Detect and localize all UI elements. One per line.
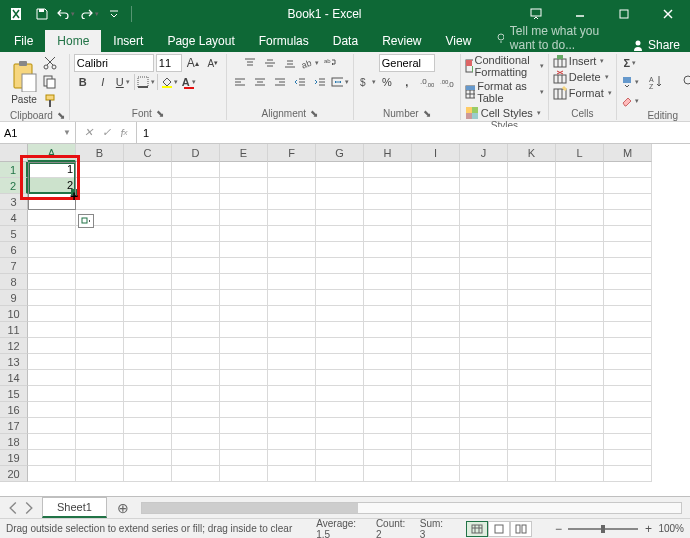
cell-L12[interactable] bbox=[556, 338, 604, 354]
cell-F16[interactable] bbox=[268, 402, 316, 418]
cell-B17[interactable] bbox=[76, 418, 124, 434]
cell-H19[interactable] bbox=[364, 450, 412, 466]
cell-I18[interactable] bbox=[412, 434, 460, 450]
page-break-view-button[interactable] bbox=[510, 521, 532, 537]
cell-B6[interactable] bbox=[76, 242, 124, 258]
cell-I8[interactable] bbox=[412, 274, 460, 290]
select-all-corner[interactable] bbox=[0, 144, 28, 162]
cell-C7[interactable] bbox=[124, 258, 172, 274]
cell-J20[interactable] bbox=[460, 466, 508, 482]
fill-color-button[interactable] bbox=[160, 73, 178, 91]
cell-K14[interactable] bbox=[508, 370, 556, 386]
cell-H12[interactable] bbox=[364, 338, 412, 354]
excel-icon[interactable] bbox=[8, 4, 28, 24]
align-right-button[interactable] bbox=[271, 73, 289, 91]
cell-G9[interactable] bbox=[316, 290, 364, 306]
cell-H11[interactable] bbox=[364, 322, 412, 338]
cell-A5[interactable] bbox=[28, 226, 76, 242]
insert-cells-button[interactable]: Insert bbox=[553, 54, 605, 68]
cell-J17[interactable] bbox=[460, 418, 508, 434]
cell-B16[interactable] bbox=[76, 402, 124, 418]
cell-I1[interactable] bbox=[412, 162, 460, 178]
cell-B12[interactable] bbox=[76, 338, 124, 354]
cell-D12[interactable] bbox=[172, 338, 220, 354]
format-as-table-button[interactable]: Format as Table bbox=[465, 80, 544, 104]
zoom-value[interactable]: 100% bbox=[658, 523, 684, 534]
sheet-tab-sheet1[interactable]: Sheet1 bbox=[42, 497, 107, 518]
tab-data[interactable]: Data bbox=[321, 30, 370, 52]
cell-D17[interactable] bbox=[172, 418, 220, 434]
cell-F10[interactable] bbox=[268, 306, 316, 322]
cell-M1[interactable] bbox=[604, 162, 652, 178]
row-header-11[interactable]: 11 bbox=[0, 322, 28, 338]
column-header-J[interactable]: J bbox=[460, 144, 508, 162]
merge-center-button[interactable] bbox=[331, 73, 349, 91]
row-header-17[interactable]: 17 bbox=[0, 418, 28, 434]
cell-K11[interactable] bbox=[508, 322, 556, 338]
row-header-9[interactable]: 9 bbox=[0, 290, 28, 306]
enter-formula-button[interactable]: ✓ bbox=[98, 125, 114, 141]
column-header-C[interactable]: C bbox=[124, 144, 172, 162]
cell-M7[interactable] bbox=[604, 258, 652, 274]
cell-J13[interactable] bbox=[460, 354, 508, 370]
cell-J1[interactable] bbox=[460, 162, 508, 178]
cell-B11[interactable] bbox=[76, 322, 124, 338]
cell-E19[interactable] bbox=[220, 450, 268, 466]
redo-button[interactable] bbox=[80, 4, 100, 24]
qat-customize-icon[interactable] bbox=[104, 4, 124, 24]
cell-B5[interactable] bbox=[76, 226, 124, 242]
cell-L2[interactable] bbox=[556, 178, 604, 194]
cell-I5[interactable] bbox=[412, 226, 460, 242]
cell-C5[interactable] bbox=[124, 226, 172, 242]
cell-J5[interactable] bbox=[460, 226, 508, 242]
cell-H5[interactable] bbox=[364, 226, 412, 242]
cell-A20[interactable] bbox=[28, 466, 76, 482]
cell-C2[interactable] bbox=[124, 178, 172, 194]
column-header-E[interactable]: E bbox=[220, 144, 268, 162]
cell-F14[interactable] bbox=[268, 370, 316, 386]
cell-E13[interactable] bbox=[220, 354, 268, 370]
cell-F17[interactable] bbox=[268, 418, 316, 434]
shrink-font-button[interactable]: A▾ bbox=[204, 54, 222, 72]
cell-F15[interactable] bbox=[268, 386, 316, 402]
clear-button[interactable] bbox=[621, 92, 639, 110]
cell-L14[interactable] bbox=[556, 370, 604, 386]
cell-G7[interactable] bbox=[316, 258, 364, 274]
cell-F11[interactable] bbox=[268, 322, 316, 338]
close-button[interactable] bbox=[646, 0, 690, 28]
cell-E3[interactable] bbox=[220, 194, 268, 210]
cell-A12[interactable] bbox=[28, 338, 76, 354]
cell-K2[interactable] bbox=[508, 178, 556, 194]
cell-K6[interactable] bbox=[508, 242, 556, 258]
cell-B20[interactable] bbox=[76, 466, 124, 482]
cell-J14[interactable] bbox=[460, 370, 508, 386]
cell-C3[interactable] bbox=[124, 194, 172, 210]
status-aggregates[interactable]: Average: 1.5 Count: 2 Sum: 3 bbox=[316, 518, 446, 539]
cell-E12[interactable] bbox=[220, 338, 268, 354]
cell-F13[interactable] bbox=[268, 354, 316, 370]
cell-H6[interactable] bbox=[364, 242, 412, 258]
cell-D11[interactable] bbox=[172, 322, 220, 338]
cell-H7[interactable] bbox=[364, 258, 412, 274]
column-header-B[interactable]: B bbox=[76, 144, 124, 162]
cell-E16[interactable] bbox=[220, 402, 268, 418]
cut-button[interactable] bbox=[41, 54, 59, 72]
align-middle-button[interactable] bbox=[261, 54, 279, 72]
conditional-formatting-button[interactable]: Conditional Formatting bbox=[465, 54, 544, 78]
cell-B18[interactable] bbox=[76, 434, 124, 450]
increase-indent-button[interactable] bbox=[311, 73, 329, 91]
cell-K17[interactable] bbox=[508, 418, 556, 434]
decrease-indent-button[interactable] bbox=[291, 73, 309, 91]
cell-B13[interactable] bbox=[76, 354, 124, 370]
row-header-15[interactable]: 15 bbox=[0, 386, 28, 402]
cell-area[interactable]: 12 bbox=[28, 162, 690, 496]
column-header-G[interactable]: G bbox=[316, 144, 364, 162]
cell-E7[interactable] bbox=[220, 258, 268, 274]
cell-M17[interactable] bbox=[604, 418, 652, 434]
alignment-dialog-launcher[interactable]: ⬊ bbox=[310, 108, 318, 119]
row-header-8[interactable]: 8 bbox=[0, 274, 28, 290]
cell-H2[interactable] bbox=[364, 178, 412, 194]
cell-C19[interactable] bbox=[124, 450, 172, 466]
cell-H8[interactable] bbox=[364, 274, 412, 290]
cell-G14[interactable] bbox=[316, 370, 364, 386]
